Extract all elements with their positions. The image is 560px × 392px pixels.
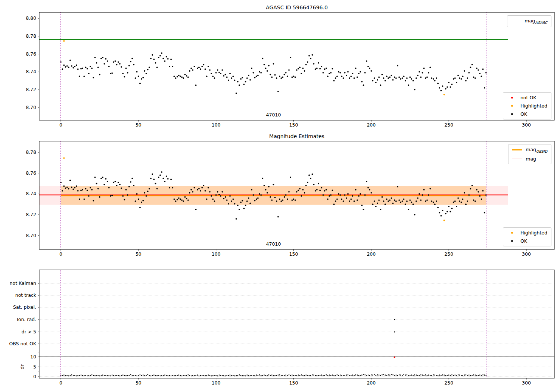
dr-point: [228, 375, 229, 376]
ok-point: [352, 195, 354, 197]
ok-point: [80, 190, 82, 191]
dr-point: [136, 375, 137, 376]
flag-point: [394, 319, 395, 320]
dr-point: [351, 375, 352, 376]
ok-point: [280, 77, 282, 79]
y-tick-label: 8.76: [26, 51, 36, 57]
black-dot-swatch: [507, 113, 517, 115]
dr-point: [411, 374, 412, 376]
dr-point: [315, 375, 316, 376]
ok-point: [198, 67, 200, 68]
ok-point: [122, 73, 124, 74]
ok-point: [90, 66, 91, 67]
dr-point: [298, 374, 299, 376]
dr-point: [203, 375, 204, 376]
ok-point: [274, 74, 276, 76]
ok-point: [83, 75, 85, 77]
ok-point: [290, 177, 291, 178]
ok-point: [166, 175, 167, 177]
ok-point: [380, 209, 381, 210]
ok-point: [369, 189, 370, 190]
ok-point: [271, 199, 273, 201]
legend-item-mag: mag: [512, 156, 547, 162]
ok-point: [451, 84, 453, 85]
dr-point: [132, 375, 133, 376]
ok-point: [319, 68, 321, 69]
ok-point: [378, 199, 380, 201]
ok-point: [277, 216, 279, 218]
ok-point: [220, 73, 221, 74]
ok-point: [100, 58, 102, 59]
ok-point: [346, 197, 347, 199]
legend-label: mag: [526, 156, 536, 162]
ok-point: [79, 75, 80, 77]
dr-point: [364, 374, 365, 376]
ok-point: [333, 203, 335, 205]
ok-point: [162, 58, 164, 59]
dr-point: [206, 375, 207, 376]
dr-point: [355, 374, 356, 376]
dr-point: [285, 374, 286, 376]
ok-point: [240, 78, 242, 80]
ok-point: [130, 181, 131, 183]
ok-point: [85, 67, 87, 68]
ok-point: [150, 58, 152, 59]
dr-point: [413, 375, 414, 376]
dr-point: [385, 374, 386, 376]
ok-point: [284, 196, 285, 198]
ok-point: [62, 190, 63, 192]
ok-point: [426, 77, 428, 78]
dr-point: [245, 375, 246, 376]
figure: 8.708.728.748.768.788.800501001502002503…: [0, 0, 560, 392]
ok-point: [111, 72, 113, 74]
ok-point: [453, 78, 454, 80]
ok-point: [464, 70, 465, 72]
dr-point: [256, 374, 257, 376]
dr-point: [332, 374, 333, 376]
dr-point: [254, 375, 255, 376]
ok-point: [456, 82, 457, 83]
dr-point: [177, 375, 178, 376]
ok-point: [221, 191, 223, 193]
dr-point: [124, 375, 125, 376]
dr-point: [451, 374, 452, 376]
ok-point: [484, 87, 485, 89]
ok-point: [323, 194, 324, 196]
ok-point: [170, 179, 172, 180]
ok-point: [326, 189, 327, 190]
ok-point: [139, 83, 141, 84]
ok-point: [316, 189, 318, 190]
ok-point: [125, 189, 127, 190]
dr-point: [81, 374, 82, 376]
ok-point: [315, 190, 316, 192]
flag-point: [394, 331, 395, 332]
ok-point: [122, 195, 124, 197]
dr-point: [66, 375, 68, 376]
ok-point: [445, 88, 447, 90]
legend-item-mag-obsid: magOBSID: [512, 147, 547, 153]
ok-point: [335, 77, 336, 79]
ok-point: [333, 80, 335, 81]
x-tick-label: 150: [289, 122, 298, 128]
ok-point: [85, 188, 87, 190]
dr-point: [161, 375, 162, 376]
dr-point: [371, 374, 372, 376]
dr-point: [202, 375, 203, 376]
legend-label: magOBSID: [526, 147, 547, 153]
x-tick-label: 200: [367, 380, 376, 386]
ok-point: [420, 199, 421, 201]
ok-point: [187, 199, 189, 201]
ok-point: [318, 62, 319, 64]
plot-frame: [39, 270, 554, 378]
ok-point: [451, 208, 453, 209]
ok-point: [454, 77, 456, 79]
ok-point: [149, 188, 150, 190]
ok-point: [128, 65, 130, 66]
ok-point: [175, 200, 177, 202]
dr-point: [102, 374, 103, 376]
dr-point: [299, 375, 301, 376]
dr-point: [267, 375, 268, 376]
ok-point: [389, 199, 391, 201]
ok-point: [146, 195, 147, 197]
dr-point: [242, 375, 243, 376]
